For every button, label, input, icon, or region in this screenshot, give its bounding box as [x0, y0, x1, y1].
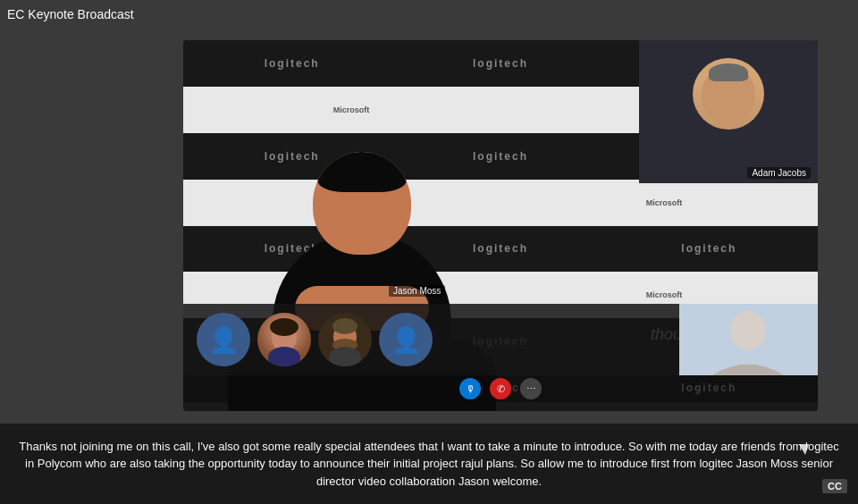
right-video-thumb: [679, 304, 818, 375]
ms-text-4: Microsoft: [646, 198, 683, 207]
microsoft-logo-4: Microsoft: [632, 198, 683, 207]
man-svg: [318, 313, 372, 366]
svg-point-1: [270, 318, 299, 336]
jason-name-tag: Jason Moss: [389, 285, 445, 297]
participant-thumb-3[interactable]: [318, 313, 372, 366]
adam-hair: [709, 63, 748, 81]
presenter-head: [313, 152, 411, 255]
svg-point-2: [268, 347, 300, 366]
controls-row: 🎙 ✆ ⋯: [183, 375, 818, 402]
adam-pip: Adam Jacobs: [639, 40, 818, 183]
adam-name-tag: Adam Jacobs: [747, 167, 811, 179]
participant-thumb-4[interactable]: 👤: [379, 313, 433, 366]
svg-point-6: [329, 347, 361, 366]
participant-thumb-2[interactable]: [257, 313, 311, 366]
person-icon-1: 👤: [208, 325, 240, 355]
presenter-hair: [317, 152, 407, 192]
more-button[interactable]: ⋯: [520, 378, 542, 399]
woman-svg: [257, 313, 311, 366]
hangup-button[interactable]: ✆: [490, 378, 511, 399]
microsoft-logo-6: Microsoft: [632, 290, 683, 299]
right-video-svg: [679, 304, 818, 375]
participant-thumb-1[interactable]: 👤: [197, 313, 250, 366]
mic-button[interactable]: 🎙: [459, 378, 481, 399]
svg-point-8: [730, 311, 766, 350]
logitech-label: logitech: [473, 57, 528, 70]
app-title: EC Keynote Broadcast: [7, 7, 134, 21]
adam-head: [702, 65, 755, 123]
cursor: [799, 444, 809, 455]
participants-strip: 👤 👤: [183, 304, 818, 375]
mic-icon: 🎙: [466, 383, 475, 394]
person-icon-4: 👤: [391, 325, 422, 355]
logitech-label: logitech: [265, 57, 320, 70]
cc-badge[interactable]: CC: [822, 479, 847, 493]
adam-avatar: [693, 58, 764, 130]
subtitle-text: Thanks not joining me on this call, I've…: [13, 438, 845, 491]
logitech-label-8: logitech: [681, 242, 736, 255]
more-icon: ⋯: [526, 383, 536, 395]
svg-point-4: [332, 318, 358, 334]
subtitle-area: Thanks not joining me on this call, I've…: [0, 424, 858, 504]
ms-text-6: Microsoft: [646, 290, 683, 299]
video-container: logitech logitech logitech Microsoft Mic…: [183, 40, 818, 411]
hangup-icon: ✆: [497, 383, 505, 395]
title-bar: EC Keynote Broadcast: [7, 7, 134, 21]
